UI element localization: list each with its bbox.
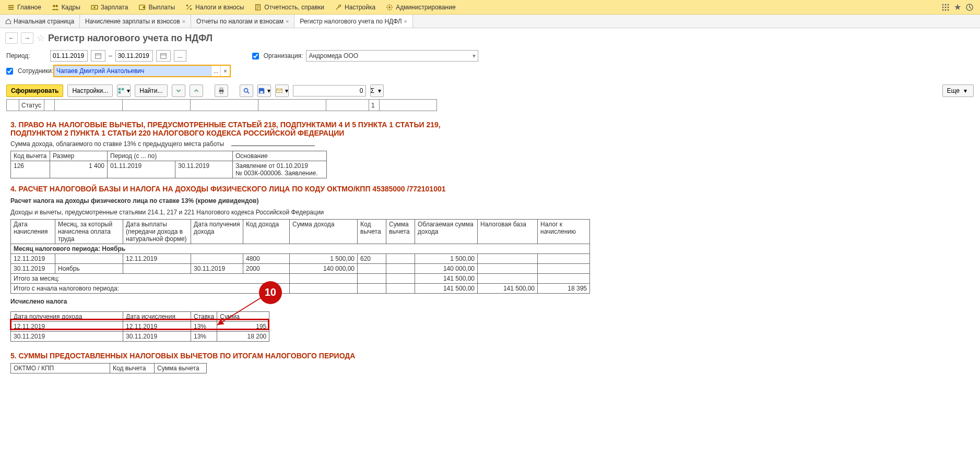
tab-otchety[interactable]: Отчеты по налогам и взносам× xyxy=(191,15,294,28)
gear-icon xyxy=(386,4,393,11)
more-button[interactable]: Еще▾ xyxy=(942,84,974,97)
employee-field: ... × xyxy=(53,65,231,77)
list-icon xyxy=(7,4,15,11)
favorite-icon[interactable]: ☆ xyxy=(37,32,45,44)
period-label: Период: xyxy=(6,52,47,59)
svg-point-1 xyxy=(55,5,57,7)
menu-nalogi[interactable]: Налоги и взносы xyxy=(180,1,249,14)
diskette-icon xyxy=(258,87,265,94)
svg-point-14 xyxy=(945,6,947,8)
menu-otchetnost[interactable]: Отчетность, справки xyxy=(249,1,329,14)
svg-rect-21 xyxy=(160,54,166,59)
close-icon[interactable]: × xyxy=(286,18,289,25)
close-icon[interactable]: × xyxy=(404,18,407,25)
variants-button[interactable]: ▾ xyxy=(117,84,131,97)
apps-icon[interactable] xyxy=(941,3,950,11)
svg-point-13 xyxy=(942,6,944,8)
svg-rect-5 xyxy=(143,6,145,8)
date-to-input[interactable] xyxy=(115,50,153,62)
menu-vyplaty[interactable]: Выплаты xyxy=(133,1,180,14)
save-button[interactable]: ▾ xyxy=(257,84,271,97)
toolbar: Сформировать Настройки... ▾ Найти... ▾ ▾… xyxy=(0,82,980,99)
svg-point-17 xyxy=(945,9,947,10)
title-bar: ← → ☆ Регистр налогового учета по НДФЛ xyxy=(0,28,980,48)
document-icon xyxy=(254,4,262,11)
close-icon[interactable]: × xyxy=(182,18,185,25)
employee-clear-button[interactable]: × xyxy=(220,66,230,76)
nav-forward-button[interactable]: → xyxy=(21,32,33,44)
tab-start[interactable]: Начальная страница xyxy=(0,15,80,28)
svg-rect-26 xyxy=(220,88,222,90)
svg-point-28 xyxy=(244,89,247,92)
employee-checkbox[interactable] xyxy=(6,68,13,75)
preview-button[interactable] xyxy=(240,84,253,97)
svg-point-10 xyxy=(942,4,944,5)
section3-title: 3. ПРАВО НА НАЛОГОВЫЕ ВЫЧЕТЫ, ПРЕДУСМОТР… xyxy=(10,120,491,137)
people-icon xyxy=(52,4,59,11)
date-to-picker[interactable] xyxy=(156,50,171,62)
date-from-picker[interactable] xyxy=(91,50,105,62)
deductions-table: Код вычетаРазмерПериод (с ... по)Основан… xyxy=(10,151,327,178)
employee-input[interactable] xyxy=(54,66,211,76)
svg-point-9 xyxy=(388,6,391,8)
menu-nastroika[interactable]: Настройка xyxy=(329,1,381,14)
svg-point-12 xyxy=(948,4,949,5)
settings-button[interactable]: Настройки... xyxy=(67,84,113,97)
org-select[interactable]: Андромеда ООО ▾ xyxy=(306,50,478,62)
wallet-icon xyxy=(138,4,146,11)
menu-zarplata[interactable]: Зарплата xyxy=(86,1,134,14)
svg-rect-22 xyxy=(119,88,121,90)
email-button[interactable]: ▾ xyxy=(275,84,289,97)
variants-icon xyxy=(117,87,125,94)
home-icon xyxy=(5,18,11,25)
percent-icon xyxy=(185,4,193,11)
wrench-icon xyxy=(335,4,342,11)
menu-main[interactable]: Главное xyxy=(2,1,46,14)
svg-point-3 xyxy=(93,6,96,8)
svg-point-0 xyxy=(53,5,55,7)
calc-tax-table: Дата получения доходаДата исчисленияСтав… xyxy=(10,311,269,342)
svg-point-16 xyxy=(942,9,944,10)
menu-admin[interactable]: Администрирование xyxy=(381,1,461,14)
menu-kadry[interactable]: Кадры xyxy=(46,1,86,14)
svg-point-18 xyxy=(948,9,949,10)
period-select-button[interactable]: ... xyxy=(174,50,186,62)
magnifier-icon xyxy=(243,87,250,94)
income-table: Дата начисления Месяц, за который начисл… xyxy=(10,219,590,294)
printer-icon xyxy=(218,87,225,94)
employee-select-button[interactable]: ... xyxy=(211,66,220,76)
expand-icon xyxy=(175,87,182,94)
svg-rect-23 xyxy=(122,88,124,90)
svg-rect-29 xyxy=(260,91,263,93)
history-icon[interactable] xyxy=(965,3,974,11)
counter-input[interactable] xyxy=(293,85,366,96)
date-from-input[interactable] xyxy=(50,50,88,62)
collapse-icon xyxy=(193,87,200,94)
collapse-button[interactable] xyxy=(190,84,203,97)
star-icon[interactable]: ★ xyxy=(954,2,961,12)
sum-button[interactable]: Σ▾ xyxy=(370,84,384,97)
page-title: Регистр налогового учета по НДФЛ xyxy=(48,33,212,44)
section5-title: 5. СУММЫ ПРЕДОСТАВЛЕННЫХ НАЛОГОВЫХ ВЫЧЕТ… xyxy=(10,352,970,360)
section4-title: 4. РАСЧЕТ НАЛОГОВОЙ БАЗЫ И НАЛОГА НА ДОХ… xyxy=(10,185,970,193)
dropdown-icon: ▾ xyxy=(473,52,476,59)
find-button[interactable]: Найти... xyxy=(135,84,167,97)
svg-point-15 xyxy=(948,6,949,8)
status-strip: Статус 1 xyxy=(6,99,974,111)
expand-button[interactable] xyxy=(172,84,185,97)
employee-label: Сотрудники: xyxy=(18,67,50,75)
print-button[interactable] xyxy=(215,84,228,97)
tab-registr[interactable]: Регистр налогового учета по НДФЛ× xyxy=(294,15,413,28)
generate-button[interactable]: Сформировать xyxy=(6,84,63,97)
tab-nachislenie[interactable]: Начисление зарплаты и взносов× xyxy=(80,15,191,28)
tabs-bar: Начальная страница Начисление зарплаты и… xyxy=(0,15,980,28)
svg-rect-20 xyxy=(96,54,101,59)
section5-table: ОКТМО / КППКод вычетаСумма вычета xyxy=(10,363,207,373)
org-checkbox[interactable] xyxy=(252,53,259,59)
dash: – xyxy=(109,52,112,59)
money-icon xyxy=(91,4,98,11)
svg-point-11 xyxy=(945,4,947,5)
svg-point-7 xyxy=(190,8,192,10)
nav-back-button[interactable]: ← xyxy=(5,32,18,44)
report-area[interactable]: 3. ПРАВО НА НАЛОГОВЫЕ ВЫЧЕТЫ, ПРЕДУСМОТР… xyxy=(0,111,980,471)
